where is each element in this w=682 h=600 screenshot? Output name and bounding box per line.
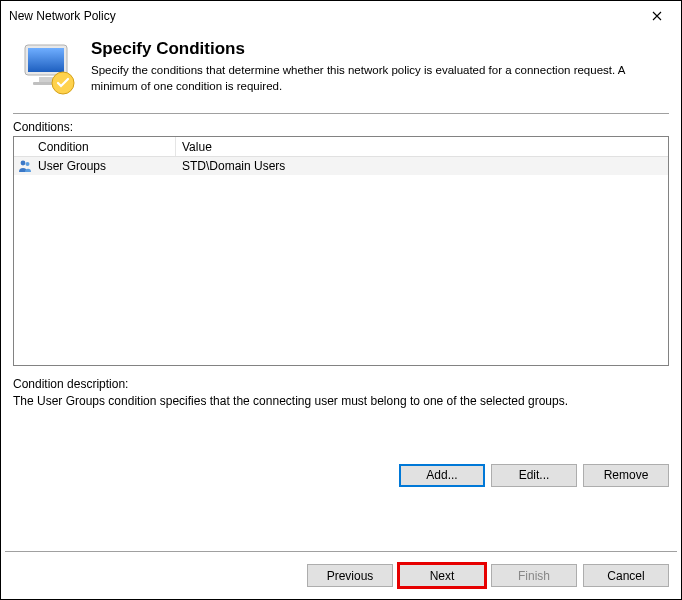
title-bar: New Network Policy — [1, 1, 681, 31]
wizard-buttons: Previous Next Finish Cancel — [1, 552, 681, 599]
condition-name: User Groups — [36, 159, 176, 173]
page-title: Specify Conditions — [91, 39, 663, 59]
separator — [13, 113, 669, 114]
previous-button[interactable]: Previous — [307, 564, 393, 587]
svg-point-6 — [26, 162, 30, 166]
close-button[interactable] — [637, 3, 677, 29]
next-button[interactable]: Next — [399, 564, 485, 587]
conditions-list[interactable]: Condition Value User Groups STD\Domain U… — [13, 136, 669, 366]
conditions-header: Condition Value — [14, 137, 668, 157]
condition-description-area: Condition description: The User Groups c… — [1, 366, 681, 414]
svg-point-5 — [21, 161, 26, 166]
edit-button[interactable]: Edit... — [491, 464, 577, 487]
window-title: New Network Policy — [9, 9, 637, 23]
page-subtitle: Specify the conditions that determine wh… — [91, 63, 663, 94]
remove-button[interactable]: Remove — [583, 464, 669, 487]
finish-button[interactable]: Finish — [491, 564, 577, 587]
svg-rect-2 — [39, 77, 53, 82]
user-groups-icon — [18, 159, 32, 173]
add-button[interactable]: Add... — [399, 464, 485, 487]
conditions-label: Conditions: — [1, 120, 681, 136]
wizard-header: Specify Conditions Specify the condition… — [1, 31, 681, 113]
condition-description-label: Condition description: — [13, 376, 669, 393]
condition-value: STD\Domain Users — [176, 159, 668, 173]
wizard-header-icon — [19, 39, 79, 99]
cancel-button[interactable]: Cancel — [583, 564, 669, 587]
column-value[interactable]: Value — [176, 137, 668, 156]
column-condition[interactable]: Condition — [36, 137, 176, 156]
condition-row[interactable]: User Groups STD\Domain Users — [14, 157, 668, 175]
close-icon — [652, 11, 662, 21]
condition-description-text: The User Groups condition specifies that… — [13, 393, 669, 410]
svg-rect-1 — [28, 48, 64, 72]
